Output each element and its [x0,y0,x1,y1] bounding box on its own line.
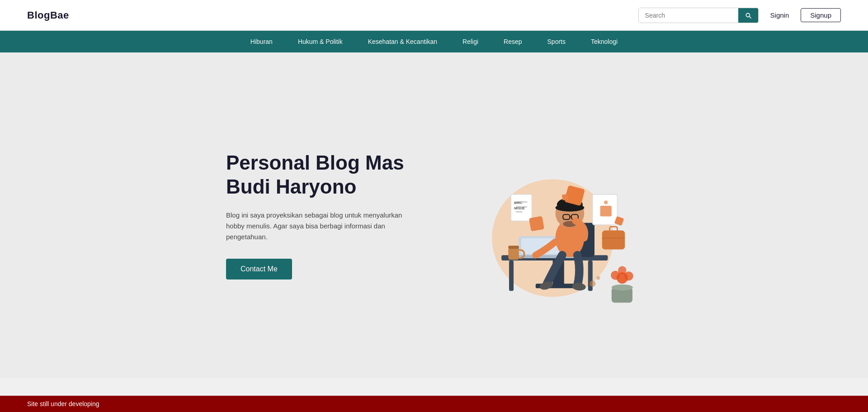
signup-button[interactable]: Signup [801,8,841,22]
svg-point-47 [590,280,595,286]
hero-section: Personal Blog Mas Budi Haryono Blog ini … [0,52,868,378]
svg-rect-2 [509,260,514,291]
hero-description: Blog ini saya proyeksikan sebagai blog u… [226,210,416,242]
header: BlogBae Signin Signup [0,0,868,31]
nav-item-religi[interactable]: Religi [450,31,491,52]
nav-item-hukum[interactable]: Hukum & Politik [285,31,355,52]
nav-item-resep[interactable]: Resep [491,31,534,52]
nav-item-sports[interactable]: Sports [535,31,578,52]
hero-title: Personal Blog Mas Budi Haryono [226,151,416,199]
footer-status-text: Site still under developing [27,400,99,407]
svg-rect-24 [508,246,519,249]
svg-point-46 [612,284,633,290]
search-wrapper [638,8,759,23]
svg-rect-33 [600,206,612,217]
hero-illustration: BIRC NIGUE [452,120,642,310]
svg-rect-40 [562,194,568,200]
nav-item-hiburan[interactable]: Hiburan [238,31,285,52]
nav-bar: Hiburan Hukum & Politik Kesehatan & Keca… [0,31,868,52]
hero-text: Personal Blog Mas Budi Haryono Blog ini … [226,151,416,279]
svg-rect-23 [508,247,519,260]
search-button[interactable] [738,8,758,23]
svg-point-34 [604,200,608,204]
footer-bar: Site still under developing [0,396,868,412]
svg-rect-35 [529,216,544,231]
logo: BlogBae [27,9,69,21]
signin-button[interactable]: Signin [766,9,794,22]
contact-button[interactable]: Contact Me [226,259,292,279]
nav-item-kesehatan[interactable]: Kesehatan & Kecantikan [355,31,450,52]
header-right: Signin Signup [638,8,841,23]
search-input[interactable] [639,8,738,23]
svg-text:BIRC: BIRC [514,201,523,205]
search-icon [745,12,752,19]
svg-point-48 [596,276,600,279]
svg-text:NIGUE: NIGUE [514,206,525,210]
svg-point-45 [618,266,626,275]
hero-svg: BIRC NIGUE [452,120,642,310]
svg-rect-36 [602,231,625,250]
nav-item-teknologi[interactable]: Teknologi [578,31,630,52]
